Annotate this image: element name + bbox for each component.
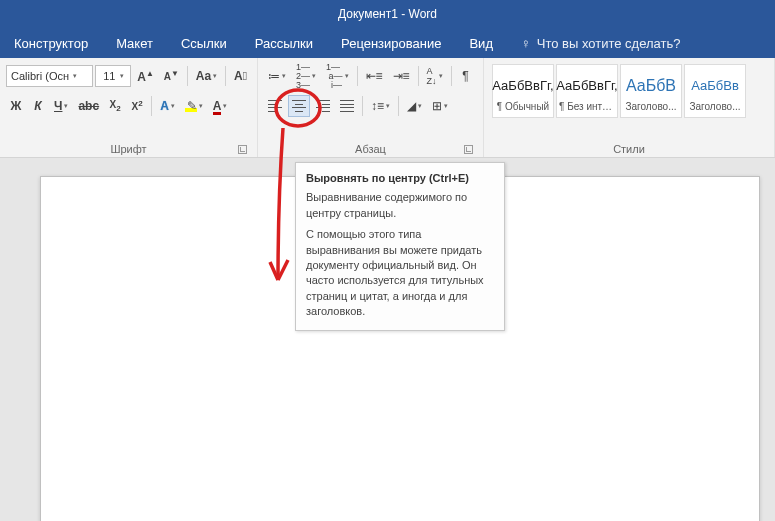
lightbulb-icon: ♀ [521,36,531,51]
indent-icon: ⇥≡ [393,69,410,83]
group-paragraph: ≔ 1—2—3— 1— a— i— ⇤≡ ⇥≡ AZ↓ ¶ ↕≡ ◢ [258,58,484,157]
style-heading1[interactable]: АаБбВ Заголово... [620,64,682,118]
numbering-icon: 1—2—3— [296,63,310,90]
highlight-button[interactable]: ✎ [181,95,207,117]
increase-indent-button[interactable]: ⇥≡ [389,65,414,87]
tell-me-text: Что вы хотите сделать? [537,36,681,51]
tab-maket[interactable]: Макет [116,36,153,51]
group-label-font: Шрифт [110,143,146,155]
font-color-button[interactable]: A [209,95,232,117]
group-styles: АаБбВвГг, ¶ Обычный АаБбВвГг, ¶ Без инте… [484,58,775,157]
line-spacing-button[interactable]: ↕≡ [367,95,394,117]
bullets-icon: ≔ [268,69,280,83]
paint-bucket-icon: ◢ [407,99,416,113]
tab-ssylki[interactable]: Ссылки [181,36,227,51]
tooltip-title: Выровнять по центру (Ctrl+E) [306,171,494,186]
align-justify-button[interactable] [336,95,358,117]
group-label-styles: Стили [613,143,645,155]
window-title: Документ1 - Word [338,7,437,21]
style-heading2[interactable]: АаБбВв Заголово... [684,64,746,118]
decrease-indent-button[interactable]: ⇤≡ [362,65,387,87]
group-label-paragraph: Абзац [355,143,386,155]
sort-icon: AZ↓ [427,66,437,86]
shading-button[interactable]: ◢ [403,95,426,117]
font-size-combo[interactable]: 11▾ [95,65,131,87]
change-case-button[interactable]: Aa [192,65,221,87]
pilcrow-icon: ¶ [462,69,468,83]
align-left-button[interactable] [264,95,286,117]
shrink-font-button[interactable]: A▼ [160,65,183,87]
paragraph-dialog-launcher[interactable] [464,145,473,154]
tab-rassylki[interactable]: Рассылки [255,36,313,51]
bullets-button[interactable]: ≔ [264,65,290,87]
strikethrough-button[interactable]: abc [74,95,103,117]
multilevel-list-button[interactable]: 1— a— i— [322,65,353,87]
tooltip-body1: Выравнивание содержимого по центру стран… [306,190,494,221]
show-marks-button[interactable]: ¶ [456,65,476,87]
italic-button[interactable]: К [28,95,48,117]
ribbon: Calibri (Осн▾ 11▾ A▲ A▼ Aa A⃠ Ж К Ч abc … [0,58,775,158]
style-normal[interactable]: АаБбВвГг, ¶ Обычный [492,64,554,118]
outdent-icon: ⇤≡ [366,69,383,83]
align-justify-icon [340,100,354,112]
align-right-icon [316,100,330,112]
multilevel-icon: 1— a— i— [326,63,343,90]
clear-formatting-button[interactable]: A⃠ [230,65,251,87]
tab-vid[interactable]: Вид [469,36,493,51]
underline-button[interactable]: Ч [50,95,72,117]
title-bar: Документ1 - Word [0,0,775,28]
align-center-icon [292,100,306,112]
tab-recenz[interactable]: Рецензирование [341,36,441,51]
sort-button[interactable]: AZ↓ [423,65,447,87]
ribbon-tabs: Конструктор Макет Ссылки Рассылки Реценз… [0,28,775,58]
borders-icon: ⊞ [432,99,442,113]
bold-button[interactable]: Ж [6,95,26,117]
style-no-spacing[interactable]: АаБбВвГг, ¶ Без инте... [556,64,618,118]
tooltip-align-center: Выровнять по центру (Ctrl+E) Выравнивани… [295,162,505,331]
borders-button[interactable]: ⊞ [428,95,452,117]
font-name-combo[interactable]: Calibri (Осн▾ [6,65,93,87]
line-spacing-icon: ↕≡ [371,99,384,113]
tell-me[interactable]: ♀ Что вы хотите сделать? [521,36,680,51]
align-center-button[interactable] [288,95,310,117]
numbering-button[interactable]: 1—2—3— [292,65,320,87]
group-font: Calibri (Осн▾ 11▾ A▲ A▼ Aa A⃠ Ж К Ч abc … [0,58,258,157]
grow-font-button[interactable]: A▲ [133,65,157,87]
text-effects-button[interactable]: A [156,95,179,117]
superscript-button[interactable]: X2 [127,95,147,117]
align-right-button[interactable] [312,95,334,117]
align-left-icon [268,100,282,112]
subscript-button[interactable]: X2 [105,95,125,117]
font-dialog-launcher[interactable] [238,145,247,154]
tooltip-body2: С помощью этого типа выравнивания вы мож… [306,227,494,319]
tab-konstruktor[interactable]: Конструктор [14,36,88,51]
